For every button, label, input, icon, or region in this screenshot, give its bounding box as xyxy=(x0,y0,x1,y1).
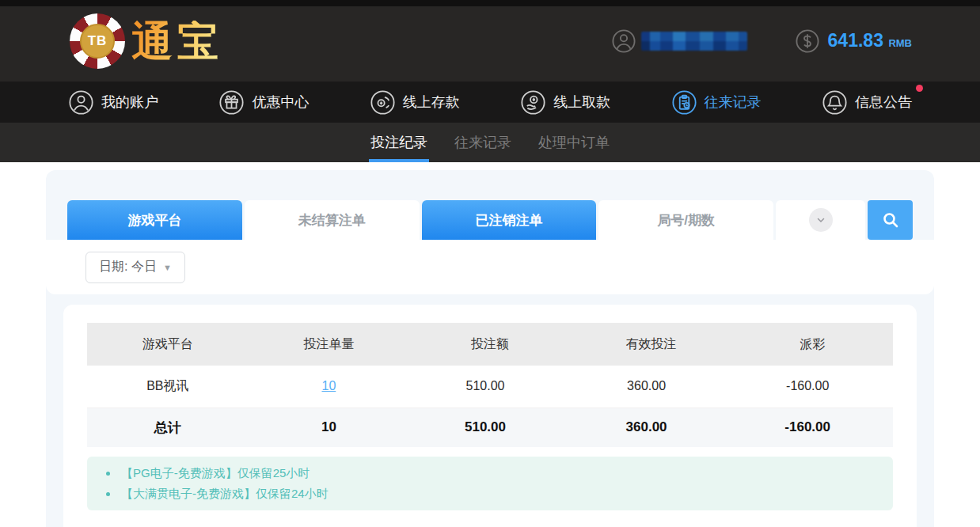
notice-text: 【大满贯电子-免费游戏】仅保留24小时 xyxy=(121,487,329,502)
sub-nav: 投注纪录 往来记录 处理中订单 xyxy=(0,123,980,162)
content-panel: 游戏平台 未结算注单 已注销注单 局号/期数 xyxy=(46,170,934,527)
nav-label: 线上取款 xyxy=(553,93,610,112)
cell-payout: -160.00 xyxy=(731,366,893,408)
nav-item-promotions[interactable]: 优惠中心 xyxy=(218,89,309,116)
column-header-payout: 派彩 xyxy=(731,323,893,366)
header-right: 641.83 RMB xyxy=(611,0,912,82)
nav-label: 信息公告 xyxy=(855,93,912,112)
nav-item-deposit[interactable]: 线上存款 xyxy=(370,89,460,116)
bullet-icon xyxy=(106,472,110,476)
cell-total-payout: -160.00 xyxy=(731,408,893,447)
table-header-row: 游戏平台 投注单量 投注额 有效投注 派彩 xyxy=(87,323,893,366)
cell-total-label: 总计 xyxy=(87,408,249,447)
filter-content-area: 日期: 今日 ▼ xyxy=(46,240,934,294)
filter-tab-unsettled[interactable]: 未结算注单 xyxy=(245,200,420,240)
username-blurred xyxy=(641,32,747,51)
table-total-row: 总计 10 510.00 360.00 -160.00 xyxy=(87,408,893,447)
cell-bet-count: 10 xyxy=(249,366,410,408)
withdraw-icon xyxy=(520,89,546,116)
filter-tab-label: 已注销注单 xyxy=(475,211,542,229)
nav-label: 我的账户 xyxy=(101,93,158,112)
notice-line: 【PG电子-免费游戏】仅保留25小时 xyxy=(106,463,893,483)
filter-tab-cancelled[interactable]: 已注销注单 xyxy=(422,200,597,240)
report-card: 游戏平台 投注单量 投注额 有效投注 派彩 BB视讯 10 510.00 360… xyxy=(63,305,917,527)
poker-chip-logo-icon: TB xyxy=(70,13,125,69)
notice-box: 【PG电子-免费游戏】仅保留25小时 【大满贯电子-免费游戏】仅保留24小时 xyxy=(87,457,893,510)
column-header-bet-amount: 投注额 xyxy=(409,323,571,366)
column-header-platform: 游戏平台 xyxy=(87,323,249,366)
deposit-icon xyxy=(370,89,396,116)
caret-down-icon: ▼ xyxy=(163,263,172,272)
gift-icon xyxy=(218,89,245,116)
user-circle-icon xyxy=(68,89,94,116)
filter-tab-game-platform[interactable]: 游戏平台 xyxy=(67,200,242,240)
subtab-label: 投注纪录 xyxy=(370,133,427,152)
user-account[interactable] xyxy=(611,28,747,54)
filter-tab-label: 未结算注单 xyxy=(298,211,366,229)
subtab-betting-records[interactable]: 投注纪录 xyxy=(369,123,429,162)
notice-line: 【大满贯电子-免费游戏】仅保留24小时 xyxy=(106,483,893,504)
notice-text: 【PG电子-免费游戏】仅保留25小时 xyxy=(121,466,310,481)
filter-tab-label: 游戏平台 xyxy=(127,211,181,229)
filter-dropdown[interactable] xyxy=(776,200,865,240)
cell-total-count: 10 xyxy=(249,408,410,447)
nav-label: 优惠中心 xyxy=(252,93,309,112)
nav-item-transaction-records[interactable]: 往来记录 xyxy=(671,89,762,116)
balance-amount: 641.83 xyxy=(828,30,883,51)
column-header-valid-bet: 有效投注 xyxy=(571,323,732,366)
column-header-bet-count: 投注单量 xyxy=(249,323,410,366)
subtab-transaction-records[interactable]: 往来记录 xyxy=(453,123,513,162)
bell-icon xyxy=(822,89,848,116)
brand-name: 通宝 xyxy=(131,21,223,62)
date-filter-dropdown[interactable]: 日期: 今日 ▼ xyxy=(85,252,185,283)
bet-count-link[interactable]: 10 xyxy=(321,379,336,392)
cell-total-valid-bet: 360.00 xyxy=(571,408,732,447)
nav-label: 线上存款 xyxy=(403,93,460,112)
subtab-label: 往来记录 xyxy=(454,133,511,152)
search-icon xyxy=(881,210,900,229)
dollar-circle-icon xyxy=(795,28,820,54)
main-nav: 我的账户 优惠中心 线上存款 xyxy=(0,82,980,123)
subtab-label: 处理中订单 xyxy=(538,133,610,152)
active-tab-underline xyxy=(369,159,429,162)
brand-initials: TB xyxy=(80,24,115,59)
bullet-icon xyxy=(106,492,110,496)
subtab-pending-orders[interactable]: 处理中订单 xyxy=(537,123,611,162)
date-filter-label: 日期: 今日 xyxy=(99,259,157,275)
filter-tab-round-number[interactable]: 局号/期数 xyxy=(598,200,773,240)
bets-summary-table: 游戏平台 投注单量 投注额 有效投注 派彩 BB视讯 10 510.00 360… xyxy=(87,323,893,447)
notification-dot xyxy=(916,85,923,92)
user-circle-icon xyxy=(611,28,636,54)
brand-logo[interactable]: TB 通宝 xyxy=(70,13,223,69)
nav-item-my-account[interactable]: 我的账户 xyxy=(68,89,158,116)
records-icon xyxy=(671,89,697,116)
nav-item-withdraw[interactable]: 线上取款 xyxy=(520,89,610,116)
cell-bet-amount: 510.00 xyxy=(409,366,571,408)
cell-valid-bet: 360.00 xyxy=(571,366,732,408)
nav-item-announcements[interactable]: 信息公告 xyxy=(822,89,912,116)
search-button[interactable] xyxy=(868,200,913,240)
cell-total-bet-amount: 510.00 xyxy=(409,408,571,447)
table-row: BB视讯 10 510.00 360.00 -160.00 xyxy=(87,366,893,408)
chevron-down-icon xyxy=(809,208,833,232)
cell-platform: BB视讯 xyxy=(87,366,249,408)
top-header: TB 通宝 641.83 RMB xyxy=(0,0,980,82)
filter-tab-label: 局号/期数 xyxy=(657,211,715,229)
filter-tabs-row: 游戏平台 未结算注单 已注销注单 局号/期数 xyxy=(67,200,913,240)
balance-currency: RMB xyxy=(888,37,912,49)
nav-label: 往来记录 xyxy=(705,93,762,112)
balance[interactable]: 641.83 RMB xyxy=(795,28,912,54)
